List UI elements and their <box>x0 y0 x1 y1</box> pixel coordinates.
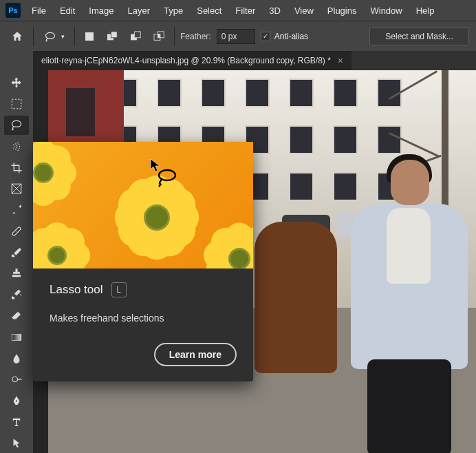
new-selection-button[interactable] <box>80 29 98 44</box>
frame-icon <box>10 182 23 195</box>
menu-view[interactable]: View <box>288 1 321 20</box>
intersect-icon <box>153 31 166 42</box>
history-brush-tool[interactable] <box>4 285 29 305</box>
bandage-icon <box>10 225 23 238</box>
tooltip-preview-image <box>33 142 253 268</box>
menu-edit[interactable]: Edit <box>53 1 82 20</box>
feather-input[interactable] <box>217 29 255 44</box>
tool-panel <box>0 51 33 453</box>
type-tool[interactable] <box>4 412 29 432</box>
document-tab[interactable]: eliott-reyna-jCEpN62oWL4-unsplash.jpg @ … <box>33 51 351 70</box>
tooltip-title: Lasso tool <box>50 283 103 297</box>
menu-type[interactable]: Type <box>157 1 190 20</box>
menu-file[interactable]: File <box>25 1 53 20</box>
tooltip-shortcut: L <box>111 282 127 297</box>
menu-3d[interactable]: 3D <box>262 1 288 20</box>
menu-filter[interactable]: Filter <box>228 1 262 20</box>
frame-tool[interactable] <box>4 179 29 199</box>
close-icon[interactable]: × <box>338 55 343 66</box>
droplet-icon <box>10 352 23 365</box>
clone-tool[interactable] <box>4 264 29 284</box>
pen-icon <box>10 394 23 407</box>
dodge-icon <box>10 373 23 386</box>
svg-rect-4 <box>134 31 140 37</box>
eraser-tool[interactable] <box>4 306 29 326</box>
intersect-selection-button[interactable] <box>151 29 169 44</box>
dodge-tool[interactable] <box>4 370 29 390</box>
menu-layer[interactable]: Layer <box>121 1 158 20</box>
brush-tool[interactable] <box>4 242 29 262</box>
tab-title: eliott-reyna-jCEpN62oWL4-unsplash.jpg @ … <box>41 56 331 65</box>
eraser-icon <box>10 310 23 322</box>
options-bar: ▾ Feather: ✓ Anti-alias Select and Mask.… <box>0 21 476 51</box>
menu-select[interactable]: Select <box>190 1 228 20</box>
brush-icon <box>10 246 23 259</box>
move-icon <box>10 76 23 89</box>
cursor-preview-icon <box>150 158 161 172</box>
arrow-icon <box>10 437 23 450</box>
blur-tool[interactable] <box>4 348 29 368</box>
add-selection-button[interactable] <box>104 29 122 44</box>
gradient-icon <box>10 331 23 344</box>
svg-rect-14 <box>12 334 21 340</box>
stamp-icon <box>10 267 23 280</box>
divider <box>74 27 75 46</box>
svg-rect-7 <box>158 34 160 37</box>
move-tool[interactable] <box>4 73 29 93</box>
add-icon <box>107 31 119 42</box>
learn-more-button[interactable]: Learn more <box>154 343 237 366</box>
svg-point-15 <box>12 377 18 383</box>
select-and-mask-button[interactable]: Select and Mask... <box>369 28 469 45</box>
svg-rect-0 <box>85 32 94 41</box>
marquee-tool[interactable] <box>4 94 29 114</box>
crop-icon <box>10 162 23 174</box>
home-icon <box>11 30 23 43</box>
lasso-tool[interactable] <box>4 116 29 136</box>
subtract-icon <box>130 31 142 42</box>
healing-tool[interactable] <box>4 221 29 241</box>
tooltip-description: Makes freehand selections <box>50 313 237 324</box>
lasso-icon <box>43 31 57 42</box>
antialias-checkbox[interactable]: ✓ Anti-alias <box>261 32 308 41</box>
tool-preset-picker[interactable]: ▾ <box>39 30 69 43</box>
svg-point-12 <box>17 232 18 233</box>
svg-point-11 <box>15 230 16 231</box>
pen-tool[interactable] <box>4 391 29 411</box>
feather-label: Feather: <box>180 32 211 41</box>
document-tab-bar: eliott-reyna-jCEpN62oWL4-unsplash.jpg @ … <box>33 51 476 70</box>
menu-plugins[interactable]: Plugins <box>321 1 364 20</box>
svg-point-13 <box>16 231 17 231</box>
divider <box>33 27 34 46</box>
chevron-down-icon: ▾ <box>61 33 65 40</box>
subtract-selection-button[interactable] <box>127 29 145 44</box>
object-select-tool[interactable] <box>4 136 29 156</box>
menu-window[interactable]: Window <box>363 1 409 20</box>
menu-bar: Ps File Edit Image Layer Type Select Fil… <box>0 0 476 21</box>
home-button[interactable] <box>7 27 28 46</box>
lasso-icon <box>10 119 23 131</box>
svg-rect-2 <box>111 31 117 37</box>
menu-help[interactable]: Help <box>409 1 442 20</box>
photoshop-logo-icon: Ps <box>6 3 21 18</box>
svg-rect-8 <box>12 99 21 109</box>
wand-icon <box>10 140 23 153</box>
menu-image[interactable]: Image <box>82 1 120 20</box>
tool-tooltip: Lasso tool L Makes freehand selections L… <box>33 142 253 381</box>
marquee-icon <box>10 98 23 110</box>
type-icon <box>10 416 23 428</box>
path-select-tool[interactable] <box>4 433 29 453</box>
eyedropper-tool[interactable] <box>4 200 29 220</box>
crop-tool[interactable] <box>4 158 29 178</box>
eyedropper-icon <box>10 204 23 216</box>
gradient-tool[interactable] <box>4 327 29 347</box>
divider <box>174 27 175 46</box>
antialias-label: Anti-alias <box>274 32 308 41</box>
checkbox-icon: ✓ <box>261 32 270 41</box>
square-icon <box>84 31 95 42</box>
history-brush-icon <box>10 288 23 301</box>
